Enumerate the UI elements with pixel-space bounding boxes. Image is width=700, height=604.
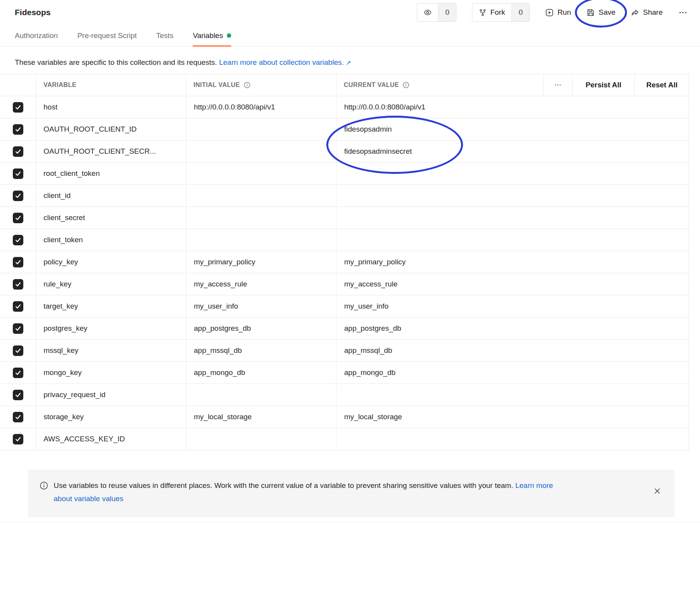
tab-authorization[interactable]: Authorization: [15, 25, 58, 46]
row-checkbox[interactable]: [13, 279, 23, 290]
variable-name-cell[interactable]: client_token: [36, 229, 186, 251]
variable-name-cell[interactable]: host: [36, 96, 186, 118]
run-button[interactable]: Run: [545, 3, 571, 21]
row-checkbox-cell: [0, 340, 36, 361]
variable-name-cell[interactable]: OAUTH_ROOT_CLIENT_SECR...: [36, 141, 186, 162]
current-value-cell[interactable]: my_primary_policy: [336, 251, 689, 273]
current-value-cell[interactable]: http://0.0.0.0:8080/api/v1: [336, 96, 689, 118]
initial-value-cell[interactable]: [186, 141, 336, 162]
current-value-cell[interactable]: app_mssql_db: [336, 340, 689, 361]
watch-button[interactable]: [417, 3, 438, 21]
row-checkbox[interactable]: [13, 390, 23, 400]
initial-value-cell[interactable]: [186, 163, 336, 184]
current-value-cell[interactable]: [336, 207, 689, 229]
current-value-cell[interactable]: my_user_info: [336, 295, 689, 317]
initial-value-cell[interactable]: app_mssql_db: [186, 340, 336, 361]
row-checkbox[interactable]: [13, 323, 23, 334]
variable-name-cell[interactable]: AWS_ACCESS_KEY_ID: [36, 428, 186, 450]
row-checkbox[interactable]: [13, 102, 23, 113]
row-checkbox[interactable]: [13, 146, 23, 157]
tab-pre-request-script[interactable]: Pre-request Script: [77, 25, 137, 46]
initial-value-cell[interactable]: app_mongo_db: [186, 362, 336, 384]
initial-value-cell[interactable]: my_user_info: [186, 295, 336, 317]
variable-name-cell[interactable]: client_secret: [36, 207, 186, 229]
initial-value-cell[interactable]: http://0.0.0.0:8080/api/v1: [186, 96, 336, 118]
row-checkbox-cell: [0, 318, 36, 339]
variables-table: VARIABLE INITIAL VALUE CURRENT VALUE: [0, 74, 689, 450]
variable-name-cell[interactable]: OAUTH_ROOT_CLIENT_ID: [36, 118, 186, 140]
initial-value-cell[interactable]: [186, 384, 336, 406]
current-value-cell[interactable]: [336, 428, 689, 450]
variable-name-cell[interactable]: mssql_key: [36, 340, 186, 361]
variable-name-cell[interactable]: client_id: [36, 185, 186, 207]
current-value-cell[interactable]: [336, 163, 689, 184]
row-checkbox[interactable]: [13, 191, 23, 201]
collection-title: Fidesops: [15, 8, 50, 17]
variable-name-cell[interactable]: target_key: [36, 295, 186, 317]
initial-value-cell[interactable]: [186, 428, 336, 450]
share-arrow-icon: [631, 9, 639, 17]
info-circle-icon[interactable]: [402, 82, 409, 89]
current-value-cell[interactable]: app_mongo_db: [336, 362, 689, 384]
variable-name-cell[interactable]: mongo_key: [36, 362, 186, 384]
eye-icon: [424, 9, 432, 16]
initial-value-cell[interactable]: my_primary_policy: [186, 251, 336, 273]
variable-name-cell[interactable]: postgres_key: [36, 318, 186, 339]
fork-button[interactable]: Fork: [472, 3, 512, 21]
tab-variables[interactable]: Variables: [193, 25, 231, 46]
more-options-button[interactable]: [678, 3, 688, 21]
variable-name-cell[interactable]: storage_key: [36, 406, 186, 428]
reset-all-button[interactable]: Reset All: [634, 74, 689, 96]
table-header-row: VARIABLE INITIAL VALUE CURRENT VALUE: [0, 74, 689, 96]
share-button[interactable]: Share: [631, 3, 663, 21]
row-checkbox[interactable]: [13, 368, 23, 378]
table-row: policy_key my_primary_policy my_primary_…: [0, 251, 689, 273]
initial-value-cell[interactable]: my_access_rule: [186, 273, 336, 295]
current-value-cell[interactable]: [336, 185, 689, 207]
row-checkbox[interactable]: [13, 301, 23, 312]
column-header-label: CURRENT VALUE: [344, 82, 399, 89]
row-checkbox[interactable]: [13, 345, 23, 356]
initial-value-cell[interactable]: [186, 118, 336, 140]
variable-name-cell[interactable]: root_client_token: [36, 163, 186, 184]
initial-value-cell[interactable]: my_local_storage: [186, 406, 336, 428]
save-button-label: Save: [599, 8, 615, 17]
table-more-options-button[interactable]: [543, 74, 572, 96]
row-checkbox[interactable]: [13, 213, 23, 223]
row-checkbox[interactable]: [13, 257, 23, 267]
variable-name-cell[interactable]: rule_key: [36, 273, 186, 295]
current-value-cell[interactable]: my_local_storage: [336, 406, 689, 428]
three-dots-icon: [554, 82, 562, 88]
tab-tests[interactable]: Tests: [156, 25, 173, 46]
row-checkbox[interactable]: [13, 168, 23, 179]
info-circle-icon[interactable]: [244, 82, 251, 89]
row-checkbox[interactable]: [13, 124, 23, 135]
fork-count[interactable]: 0: [512, 3, 529, 21]
current-value-cell[interactable]: fidesopsadminsecret: [336, 141, 689, 162]
table-row: client_id: [0, 185, 689, 207]
variable-name-cell[interactable]: privacy_request_id: [36, 384, 186, 406]
watch-count[interactable]: 0: [438, 3, 456, 21]
table-body: host http://0.0.0.0:8080/api/v1 http://0…: [0, 96, 689, 450]
current-value-cell[interactable]: [336, 229, 689, 251]
initial-value-cell[interactable]: [186, 185, 336, 207]
collection-variables-learn-more-link[interactable]: Learn more about collection variables. ↗: [219, 58, 351, 66]
row-checkbox[interactable]: [13, 434, 23, 444]
table-row: client_token: [0, 229, 689, 251]
current-value-cell[interactable]: my_access_rule: [336, 273, 689, 295]
banner-close-button[interactable]: [651, 485, 663, 497]
save-button[interactable]: Save: [587, 3, 615, 21]
row-checkbox[interactable]: [13, 235, 23, 245]
current-value-cell[interactable]: app_postgres_db: [336, 318, 689, 339]
git-fork-icon: [479, 9, 486, 16]
initial-value-cell[interactable]: [186, 207, 336, 229]
initial-value-cell[interactable]: [186, 229, 336, 251]
table-row: client_secret: [0, 207, 689, 229]
row-checkbox[interactable]: [13, 412, 23, 422]
persist-all-button[interactable]: Persist All: [572, 74, 634, 96]
variable-name-cell[interactable]: policy_key: [36, 251, 186, 273]
banner-message: Use variables to reuse values in differe…: [54, 481, 515, 489]
current-value-cell[interactable]: fidesopsadmin: [336, 118, 689, 140]
current-value-cell[interactable]: [336, 384, 689, 406]
initial-value-cell[interactable]: app_postgres_db: [186, 318, 336, 339]
